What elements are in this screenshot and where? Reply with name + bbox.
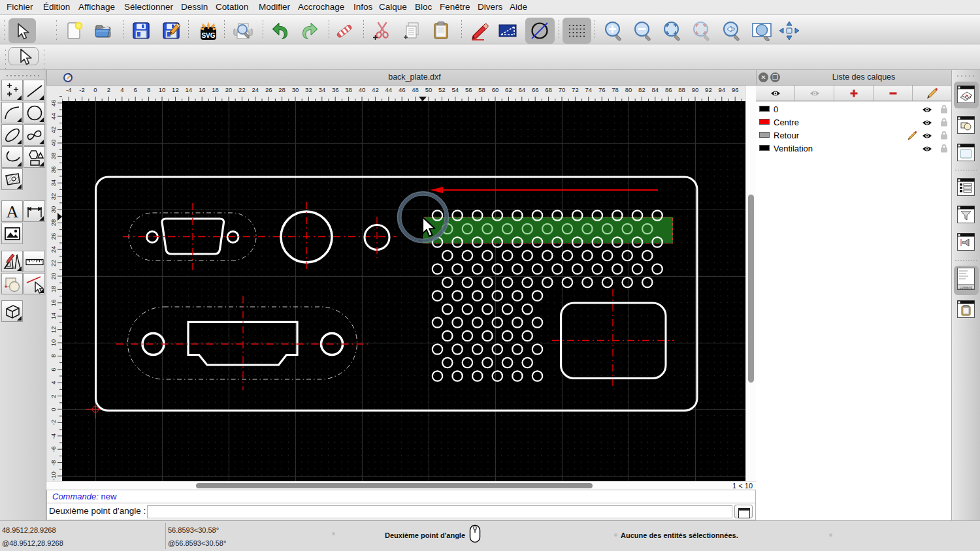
svg-text:command: command [960,286,972,289]
svg-text:A: A [6,202,18,221]
svg-text:SVG: SVG [201,31,215,39]
